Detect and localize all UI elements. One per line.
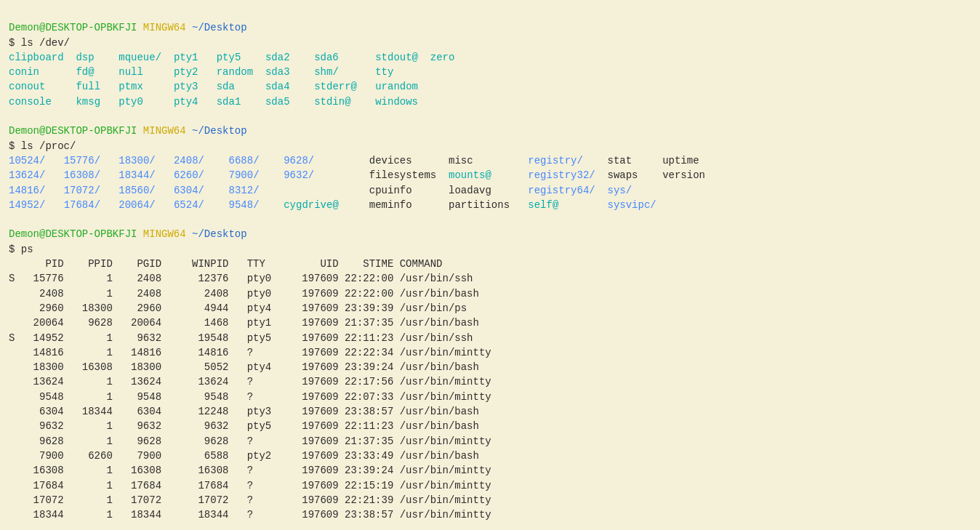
- dev-pty3: pty3: [174, 81, 198, 92]
- dev-pty0: pty0: [119, 96, 143, 108]
- prompt-user-3: Demon@DESKTOP-OPBKFJI: [9, 228, 137, 240]
- command-3: $ ps: [9, 244, 33, 255]
- prompt-shell-1: MINGW64: [143, 22, 186, 33]
- terminal-output: Demon@DESKTOP-OPBKFJI MINGW64 ~/Desktop …: [9, 6, 971, 522]
- proc-sysvipc: sysvipc/: [608, 199, 656, 211]
- proc-swaps: swaps: [608, 169, 638, 181]
- ps-row-14: 16308 1 16308 16308 ? 197609 23:39:24 /u…: [9, 465, 491, 476]
- ps-header: PID PPID PGID WINPID TTY UID STIME COMMA…: [9, 258, 443, 270]
- dev-kmsg: kmsg: [76, 96, 100, 108]
- dev-sda5: sda5: [265, 96, 290, 108]
- proc-meminfo: meminfo: [369, 199, 412, 211]
- prompt-user-1: Demon@DESKTOP-OPBKFJI: [9, 22, 137, 33]
- proc-devices: devices: [369, 155, 412, 166]
- ps-row-11: 9632 1 9632 9632 pty5 197609 22:11:23 /u…: [9, 420, 479, 432]
- dev-mqueue: mqueue/: [119, 52, 161, 63]
- proc-partitions: partitions: [449, 199, 510, 211]
- dev-tty: tty: [375, 66, 393, 78]
- ps-row-6: 14816 1 14816 14816 ? 197609 22:22:34 /u…: [9, 347, 491, 358]
- prompt-user-2: Demon@DESKTOP-OPBKFJI: [9, 125, 137, 137]
- dev-pty1: pty1: [174, 52, 198, 63]
- proc-6688: 6688/: [229, 155, 260, 166]
- proc-15776: 15776/: [64, 155, 100, 166]
- proc-18560: 18560/: [119, 185, 155, 196]
- dev-sda: sda: [217, 81, 235, 92]
- proc-cygdrive: cygdrive@: [284, 199, 339, 211]
- ps-row-8: 13624 1 13624 13624 ? 197609 22:17:56 /u…: [9, 376, 491, 388]
- proc-6524: 6524/: [174, 199, 204, 211]
- dev-ptmx: ptmx: [119, 81, 143, 92]
- dev-pty5: pty5: [217, 52, 241, 63]
- dev-sda1: sda1: [217, 96, 241, 108]
- dev-dsp: dsp: [76, 52, 94, 63]
- dev-shm: shm/: [314, 66, 339, 78]
- proc-9548: 9548/: [229, 199, 260, 211]
- proc-misc: misc: [449, 155, 473, 166]
- proc-14952: 14952/: [9, 199, 45, 211]
- dev-windows: windows: [375, 96, 418, 108]
- proc-filesystems: filesystems: [369, 169, 436, 181]
- ps-row-2: 2408 1 2408 2408 pty0 197609 22:22:00 /u…: [9, 288, 479, 300]
- command-1: $ ls /dev/: [9, 37, 70, 49]
- proc-10524: 10524/: [9, 155, 45, 166]
- dev-fd: fd@: [76, 66, 94, 78]
- proc-18300: 18300/: [119, 155, 155, 166]
- dev-stderr: stderr@: [314, 81, 357, 92]
- dev-random: random: [217, 66, 253, 78]
- dev-stdin: stdin@: [314, 96, 350, 108]
- proc-version: version: [662, 169, 705, 181]
- dev-sda4: sda4: [265, 81, 290, 92]
- dev-pty2: pty2: [174, 66, 198, 78]
- ps-row-7: 18300 16308 18300 5052 pty4 197609 23:39…: [9, 361, 479, 373]
- proc-2408: 2408/: [174, 155, 204, 166]
- dev-stdout: stdout@: [375, 52, 418, 63]
- proc-8312: 8312/: [229, 185, 260, 196]
- prompt-path-3: ~/Desktop: [192, 228, 247, 240]
- proc-loadavg: loadavg: [449, 185, 491, 196]
- prompt-path-1: ~/Desktop: [192, 22, 247, 33]
- dev-null: null: [119, 66, 143, 78]
- proc-7900: 7900/: [229, 169, 260, 181]
- prompt-shell-3: MINGW64: [143, 228, 186, 240]
- proc-cpuinfo: cpuinfo: [369, 185, 412, 196]
- proc-stat: stat: [608, 155, 632, 166]
- proc-registry: registry/: [528, 155, 583, 166]
- dev-sda3: sda3: [265, 66, 290, 78]
- proc-16308: 16308/: [64, 169, 100, 181]
- proc-mounts: mounts@: [449, 169, 491, 181]
- ps-row-1: S 15776 1 2408 12376 pty0 197609 22:22:0…: [9, 273, 473, 284]
- ps-row-12: 9628 1 9628 9628 ? 197609 21:37:35 /usr/…: [9, 435, 491, 447]
- dev-conout: conout: [9, 81, 45, 92]
- prompt-path-2: ~/Desktop: [192, 125, 247, 137]
- ps-row-15: 17684 1 17684 17684 ? 197609 22:15:19 /u…: [9, 480, 491, 491]
- proc-uptime: uptime: [662, 155, 699, 166]
- ps-row-4: 20064 9628 20064 1468 pty1 197609 21:37:…: [9, 317, 479, 329]
- proc-13624: 13624/: [9, 169, 45, 181]
- dev-zero: zero: [430, 52, 455, 63]
- proc-sys: sys/: [608, 185, 632, 196]
- dev-sda2: sda2: [265, 52, 290, 63]
- command-2: $ ls /proc/: [9, 140, 76, 152]
- ps-row-16: 17072 1 17072 17072 ? 197609 22:21:39 /u…: [9, 494, 491, 506]
- dev-console: console: [9, 96, 52, 108]
- ps-row-5: S 14952 1 9632 19548 pty5 197609 22:11:2…: [9, 332, 473, 344]
- ps-row-17: 18344 1 18344 18344 ? 197609 23:38:57 /u…: [9, 509, 491, 521]
- dev-conin: conin: [9, 66, 39, 78]
- prompt-shell-2: MINGW64: [143, 125, 186, 137]
- proc-17684: 17684/: [64, 199, 100, 211]
- proc-self: self@: [528, 199, 558, 211]
- proc-14816: 14816/: [9, 185, 45, 196]
- proc-9628: 9628/: [284, 155, 314, 166]
- dev-clipboard: clipboard: [9, 52, 64, 63]
- ps-row-13: 7900 6260 7900 6588 pty2 197609 23:33:49…: [9, 450, 479, 462]
- dev-urandom: urandom: [375, 81, 418, 92]
- dev-sda6: sda6: [314, 52, 339, 63]
- proc-6260: 6260/: [174, 169, 204, 181]
- ps-row-10: 6304 18344 6304 12248 pty3 197609 23:38:…: [9, 406, 479, 417]
- proc-17072: 17072/: [64, 185, 100, 196]
- proc-6304: 6304/: [174, 185, 204, 196]
- proc-9632: 9632/: [284, 169, 314, 181]
- proc-20064: 20064/: [119, 199, 155, 211]
- dev-full: full: [76, 81, 100, 92]
- proc-registry32: registry32/: [528, 169, 595, 181]
